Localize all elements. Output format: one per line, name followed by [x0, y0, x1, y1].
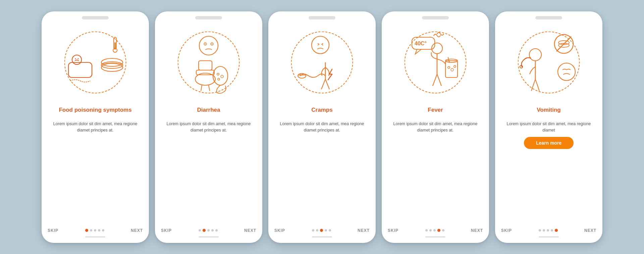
dot-4 [211, 229, 214, 232]
svg-point-22 [221, 75, 223, 78]
svg-line-26 [321, 79, 325, 89]
phone-content: 40C° [382, 22, 489, 228]
next-button[interactable]: NEXT [358, 228, 370, 233]
dot-5 [555, 229, 558, 232]
phone-content: Diarrhea Lorem ipsum dolor sit dim amet,… [155, 22, 262, 228]
bottom-bar [425, 236, 445, 238]
phone-description: Lorem ipsum dolor sit dim amet, mea regi… [503, 121, 594, 134]
svg-line-44 [556, 37, 571, 51]
phone-notch [422, 16, 449, 19]
phone-title: Food poisoning symptoms [59, 103, 131, 117]
dot-5 [442, 229, 444, 232]
svg-line-19 [209, 85, 210, 91]
phone-content: Vomiting Lorem ipsum dolor sit dim amet,… [495, 22, 602, 228]
dot-5 [329, 229, 331, 232]
svg-point-30 [300, 73, 301, 75]
dot-3 [433, 229, 436, 232]
svg-point-42 [454, 65, 456, 67]
learn-more-button[interactable]: Learn more [524, 137, 574, 149]
dot-1 [312, 229, 314, 232]
next-button[interactable]: NEXT [244, 228, 256, 233]
icon-area [512, 26, 586, 99]
dot-3 [207, 229, 210, 232]
illustration-area [58, 26, 132, 99]
svg-point-3 [78, 58, 79, 59]
svg-point-10 [199, 36, 218, 55]
phone-title: Fever [428, 103, 443, 117]
nav-row: SKIP NEXT [48, 228, 143, 233]
next-button[interactable]: NEXT [584, 228, 596, 233]
bottom-bar [199, 236, 219, 238]
nav-row: SKIP NEXT [501, 228, 596, 233]
phone-food-poisoning: Food poisoning symptoms Lorem ipsum dolo… [42, 11, 149, 243]
svg-point-14 [212, 43, 213, 44]
phone-title: Vomiting [537, 103, 560, 117]
dot-1 [425, 229, 428, 232]
illustration-area [285, 26, 359, 99]
next-button[interactable]: NEXT [471, 228, 483, 233]
phone-notch [195, 16, 222, 19]
dot-2 [429, 229, 432, 232]
phone-vomiting: Vomiting Lorem ipsum dolor sit dim amet,… [495, 11, 602, 243]
illustration-area: 40C° [398, 26, 472, 99]
dot-2 [543, 229, 545, 232]
dot-1 [199, 229, 201, 232]
phone-description: Lorem ipsum dolor sit dim amet, mea regi… [163, 121, 254, 134]
phone-bottom: SKIP NEXT [268, 228, 376, 243]
svg-point-13 [205, 43, 206, 44]
phone-description: Lorem ipsum dolor sit dim amet, mea regi… [276, 121, 368, 134]
dot-3 [320, 229, 323, 232]
svg-line-38 [448, 57, 449, 62]
dot-4 [325, 229, 327, 232]
icon-area [285, 26, 359, 99]
diarrhea-illustration [175, 29, 242, 96]
svg-point-40 [448, 66, 450, 68]
svg-point-23 [218, 78, 220, 80]
skip-button[interactable]: SKIP [388, 228, 398, 233]
phone-content: Cramps Lorem ipsum dolor sit dim amet, m… [268, 22, 376, 228]
dot-4 [551, 229, 553, 232]
skip-button[interactable]: SKIP [274, 228, 285, 233]
phone-diarrhea: Diarrhea Lorem ipsum dolor sit dim amet,… [155, 11, 262, 243]
dots-row [425, 229, 444, 232]
svg-line-36 [437, 74, 441, 86]
phone-description: Lorem ipsum dolor sit dim amet, mea regi… [390, 121, 481, 134]
bottom-bar [539, 236, 559, 238]
svg-point-28 [298, 73, 306, 78]
svg-line-52 [535, 79, 539, 91]
skip-button[interactable]: SKIP [501, 228, 512, 233]
dot-3 [94, 229, 96, 232]
svg-point-2 [75, 58, 76, 59]
phones-container: Food poisoning symptoms Lorem ipsum dolo… [35, 5, 609, 250]
illustration-area [512, 26, 586, 99]
svg-rect-15 [199, 61, 212, 70]
dot-2 [90, 229, 92, 232]
svg-line-18 [201, 85, 202, 91]
bottom-bar [85, 236, 105, 238]
dot-4 [437, 229, 440, 232]
icon-area [172, 26, 246, 99]
svg-point-1 [72, 55, 82, 64]
next-button[interactable]: NEXT [131, 228, 143, 233]
dots-row [199, 229, 218, 232]
dot-3 [547, 229, 549, 232]
icon-area: 40C° [398, 26, 472, 99]
svg-rect-37 [445, 61, 458, 78]
svg-point-20 [213, 66, 228, 85]
svg-text:40C°: 40C° [415, 41, 427, 46]
svg-line-51 [531, 79, 535, 91]
skip-button[interactable]: SKIP [161, 228, 172, 233]
svg-rect-9 [114, 42, 116, 50]
cramps-illustration [288, 29, 356, 96]
dot-1 [539, 229, 541, 232]
svg-point-41 [451, 68, 453, 71]
dot-2 [203, 229, 206, 232]
dot-5 [102, 229, 104, 232]
nav-row: SKIP NEXT [161, 228, 256, 233]
phone-bottom: SKIP NEXT [495, 228, 602, 243]
dots-row [539, 229, 558, 232]
phone-title: Cramps [311, 103, 332, 117]
phone-bottom: SKIP NEXT [42, 228, 149, 243]
svg-rect-0 [68, 62, 92, 78]
skip-button[interactable]: SKIP [48, 228, 58, 233]
